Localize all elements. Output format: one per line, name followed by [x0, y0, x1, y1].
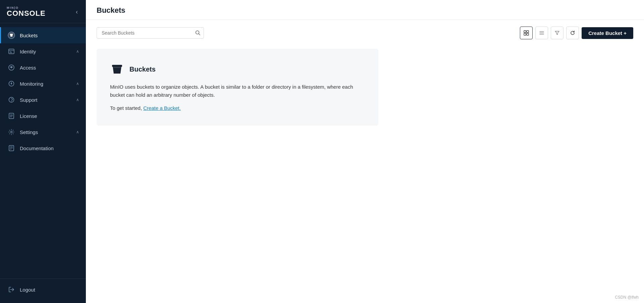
sidebar-item-monitoring-label: Monitoring — [20, 81, 71, 87]
main-header: Buckets — [86, 0, 644, 20]
sidebar-nav: Buckets Identity ∧ — [0, 23, 86, 278]
create-bucket-link[interactable]: Create a Bucket. — [143, 105, 181, 111]
svg-point-7 — [11, 67, 12, 68]
access-icon — [8, 64, 15, 71]
identity-icon — [8, 48, 15, 55]
svg-rect-1 — [10, 34, 13, 35]
monitoring-arrow-icon: ∧ — [76, 81, 79, 86]
refresh-icon — [570, 30, 575, 36]
empty-state-cta: To get started, Create a Bucket. — [110, 105, 365, 111]
search-button[interactable] — [195, 30, 201, 36]
sidebar-bottom: Logout — [0, 278, 86, 303]
sidebar-item-identity[interactable]: Identity ∧ — [0, 43, 86, 59]
sidebar-item-license[interactable]: License — [0, 108, 86, 124]
sidebar-item-settings[interactable]: Settings ∧ — [0, 124, 86, 140]
support-icon — [8, 96, 15, 103]
filter-icon — [554, 30, 560, 36]
logo: MIN|O CONSOLE — [7, 6, 46, 17]
toolbar: Create Bucket + — [86, 20, 644, 46]
sidebar-item-access[interactable]: Access — [0, 59, 86, 76]
svg-rect-26 — [524, 33, 526, 35]
settings-arrow-icon: ∧ — [76, 130, 79, 134]
license-icon — [8, 112, 15, 120]
svg-line-23 — [199, 34, 200, 35]
logout-icon — [8, 286, 15, 293]
sidebar-item-buckets-label: Buckets — [20, 33, 79, 38]
identity-arrow-icon: ∧ — [76, 49, 79, 54]
monitoring-icon — [8, 80, 15, 87]
svg-point-9 — [11, 83, 12, 84]
empty-state-description: MinIO uses buckets to organize objects. … — [110, 83, 365, 99]
toolbar-actions: Create Bucket + — [520, 27, 633, 39]
list-view-button[interactable] — [535, 27, 548, 39]
svg-rect-24 — [524, 31, 526, 33]
collapse-button[interactable]: ‹ — [74, 7, 79, 17]
grid-icon — [524, 30, 529, 36]
sidebar-item-access-label: Access — [20, 65, 79, 71]
sidebar-item-identity-label: Identity — [20, 49, 71, 54]
sidebar-item-buckets[interactable]: Buckets — [0, 27, 86, 43]
empty-state-title: Buckets — [129, 66, 156, 73]
documentation-icon — [8, 144, 15, 152]
settings-icon — [8, 128, 15, 136]
filter-button[interactable] — [551, 27, 564, 39]
svg-rect-27 — [527, 33, 529, 35]
empty-card-header: Buckets — [110, 62, 365, 76]
svg-rect-25 — [527, 31, 529, 33]
sidebar-item-support-label: Support — [20, 97, 71, 103]
search-input[interactable] — [97, 27, 204, 39]
sidebar-item-support[interactable]: Support ∧ — [0, 92, 86, 108]
sidebar-item-monitoring[interactable]: Monitoring ∧ — [0, 76, 86, 92]
sidebar-item-license-label: License — [20, 113, 79, 119]
sidebar-item-logout[interactable]: Logout — [0, 282, 86, 298]
bucket-icon — [110, 62, 124, 76]
empty-state-card: Buckets MinIO uses buckets to organize o… — [97, 49, 378, 126]
refresh-button[interactable] — [566, 27, 579, 39]
sidebar-item-documentation[interactable]: Documentation — [0, 140, 86, 156]
support-arrow-icon: ∧ — [76, 97, 79, 102]
empty-state-cta-prefix: To get started, — [110, 105, 142, 111]
grid-view-button[interactable] — [520, 27, 533, 39]
list-icon — [539, 30, 544, 36]
svg-rect-32 — [113, 67, 121, 68]
sidebar-logo-area: MIN|O CONSOLE ‹ — [0, 0, 86, 23]
watermark: CSDN @lfwh — [615, 295, 639, 300]
sidebar-item-documentation-label: Documentation — [20, 145, 79, 151]
svg-rect-2 — [9, 49, 14, 54]
buckets-icon — [8, 32, 15, 39]
sidebar-item-logout-label: Logout — [20, 287, 79, 293]
content-area: Buckets MinIO uses buckets to organize o… — [86, 46, 644, 303]
main-content-area: Buckets — [86, 0, 644, 303]
search-icon — [195, 30, 201, 36]
search-container — [97, 27, 204, 39]
create-bucket-button[interactable]: Create Bucket + — [582, 27, 633, 39]
svg-rect-31 — [112, 65, 122, 67]
sidebar: MIN|O CONSOLE ‹ Buckets — [0, 0, 86, 303]
sidebar-item-settings-label: Settings — [20, 129, 71, 135]
svg-point-17 — [11, 131, 12, 133]
page-title: Buckets — [97, 6, 633, 15]
logo-main: CONSOLE — [7, 9, 46, 17]
svg-point-12 — [11, 101, 12, 102]
